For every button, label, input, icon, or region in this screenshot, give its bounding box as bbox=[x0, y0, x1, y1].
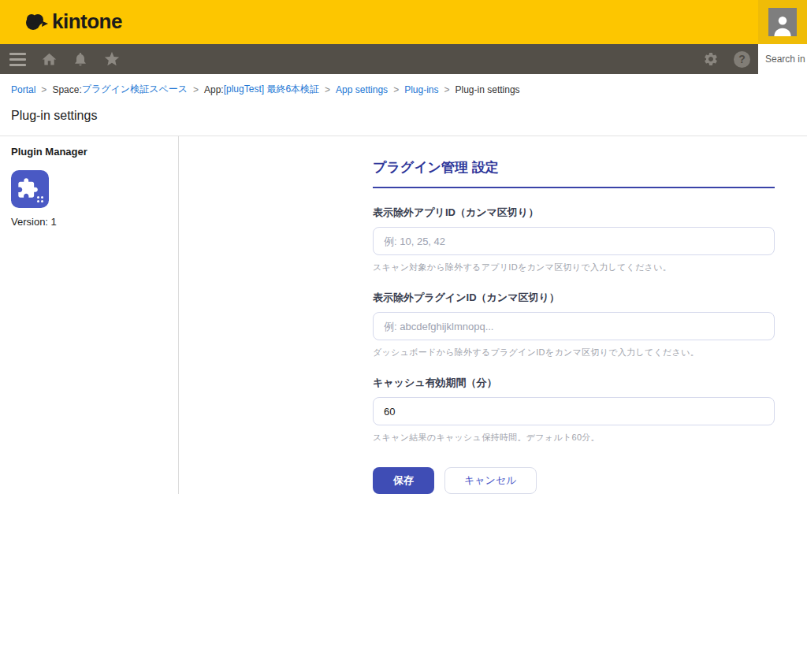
search-input[interactable]: Search in bbox=[758, 44, 807, 74]
user-avatar-icon bbox=[768, 8, 797, 36]
cache-duration-label: キャッシュ有効期間（分） bbox=[373, 376, 775, 390]
field-group-excluded-app-ids: 表示除外アプリID（カンマ区切り） スキャン対象から除外するアプリIDをカンマ区… bbox=[373, 206, 775, 273]
save-button[interactable]: 保存 bbox=[373, 467, 434, 494]
settings-gear-icon[interactable] bbox=[702, 50, 720, 68]
content-area: Plugin Manager Version: 1 プラグイン管理 設定 表示除… bbox=[0, 136, 807, 494]
breadcrumb-current: Plug-in settings bbox=[456, 84, 520, 95]
home-icon[interactable] bbox=[40, 50, 58, 68]
form-buttons: 保存 キャンセル bbox=[373, 467, 775, 494]
breadcrumb-portal[interactable]: Portal bbox=[11, 84, 35, 95]
favorite-star-icon[interactable] bbox=[103, 50, 121, 68]
plugin-icon-dots bbox=[37, 196, 43, 202]
breadcrumb-app-settings[interactable]: App settings bbox=[336, 84, 388, 95]
kintone-logo-icon bbox=[24, 10, 50, 34]
excluded-plugin-ids-input[interactable] bbox=[373, 312, 775, 340]
hamburger-menu-icon[interactable] bbox=[9, 50, 26, 68]
breadcrumb-plugins[interactable]: Plug-ins bbox=[404, 84, 438, 95]
plugin-sidebar: Plugin Manager Version: 1 bbox=[0, 136, 179, 494]
nav-right-group: ? bbox=[702, 44, 750, 74]
form-heading: プラグイン管理 設定 bbox=[373, 158, 775, 188]
field-group-excluded-plugin-ids: 表示除外プラグインID（カンマ区切り） ダッシュボードから除外するプラグインID… bbox=[373, 291, 775, 358]
plugin-settings-form: プラグイン管理 設定 表示除外アプリID（カンマ区切り） スキャン対象から除外す… bbox=[373, 158, 775, 494]
breadcrumb-app-prefix: App: bbox=[204, 84, 224, 95]
notification-bell-icon[interactable] bbox=[72, 50, 89, 68]
excluded-plugin-ids-label: 表示除外プラグインID（カンマ区切り） bbox=[373, 291, 775, 305]
breadcrumb-separator: > bbox=[393, 84, 399, 95]
global-nav-bar: ? Search in bbox=[0, 44, 807, 74]
breadcrumb-separator: > bbox=[41, 84, 46, 95]
user-menu[interactable] bbox=[758, 0, 807, 44]
plugin-name: Plugin Manager bbox=[11, 146, 178, 158]
breadcrumb-separator: > bbox=[444, 84, 450, 95]
kintone-logo[interactable]: kintone bbox=[24, 9, 122, 34]
settings-main: プラグイン管理 設定 表示除外アプリID（カンマ区切り） スキャン対象から除外す… bbox=[179, 136, 775, 494]
excluded-app-ids-label: 表示除外アプリID（カンマ区切り） bbox=[373, 206, 775, 220]
brand-header: kintone bbox=[0, 0, 807, 44]
help-question-icon[interactable]: ? bbox=[734, 51, 750, 68]
breadcrumb-space-prefix: Space: bbox=[52, 84, 81, 95]
page-title: Plug-in settings bbox=[0, 96, 807, 123]
plugin-version: Version: 1 bbox=[11, 216, 178, 228]
kintone-logo-text: kintone bbox=[52, 9, 122, 34]
excluded-plugin-ids-help: ダッシュボードから除外するプラグインIDをカンマ区切りで入力してください。 bbox=[373, 347, 775, 358]
breadcrumb-separator: > bbox=[193, 84, 199, 95]
cancel-button[interactable]: キャンセル bbox=[444, 467, 537, 494]
breadcrumb: Portal > Space: プラグイン検証スペース > App: [plug… bbox=[0, 74, 807, 96]
breadcrumb-space[interactable]: プラグイン検証スペース bbox=[82, 83, 188, 96]
search-text: Search in bbox=[765, 54, 805, 65]
excluded-app-ids-help: スキャン対象から除外するアプリIDをカンマ区切りで入力してください。 bbox=[373, 262, 775, 273]
breadcrumb-app[interactable]: [plugTest] 最終6本検証 bbox=[224, 83, 319, 96]
breadcrumb-separator: > bbox=[325, 84, 330, 95]
cache-duration-help: スキャン結果のキャッシュ保持時間。デフォルト60分。 bbox=[373, 432, 775, 444]
cache-duration-input[interactable] bbox=[373, 397, 775, 425]
nav-left-group bbox=[0, 50, 121, 68]
field-group-cache-duration: キャッシュ有効期間（分） スキャン結果のキャッシュ保持時間。デフォルト60分。 bbox=[373, 376, 775, 444]
plugin-puzzle-icon bbox=[11, 170, 49, 208]
excluded-app-ids-input[interactable] bbox=[373, 227, 775, 255]
